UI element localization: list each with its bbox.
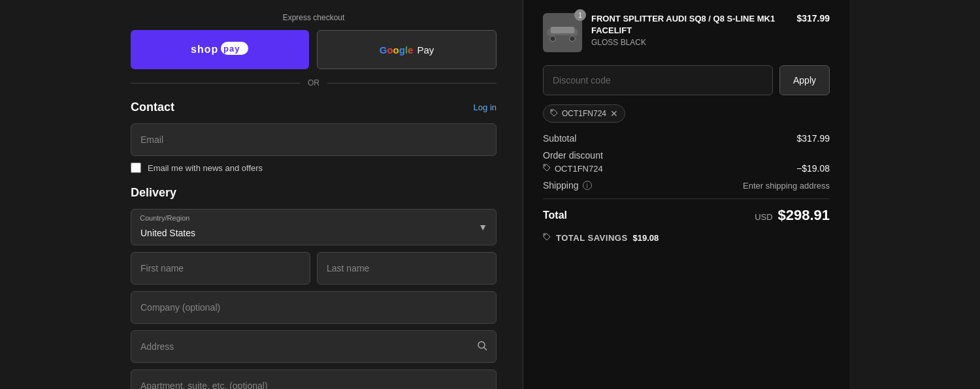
discount-tag-icon	[543, 164, 551, 174]
product-image-wrapper: 1	[543, 13, 582, 52]
shoppay-button[interactable]: shop pay	[131, 30, 309, 69]
newsletter-checkbox[interactable]	[131, 163, 141, 173]
name-row	[131, 252, 497, 285]
tag-icon	[550, 109, 558, 119]
express-buttons: shop pay Google Pay	[131, 30, 497, 69]
total-row: Total USD $298.91	[543, 207, 830, 224]
company-field[interactable]	[131, 291, 497, 324]
newsletter-label: Email me with news and offers	[148, 163, 263, 173]
address-field[interactable]	[131, 330, 497, 363]
shipping-info-icon[interactable]: i	[583, 181, 592, 190]
discount-code-row: OCT1FN724 −$19.08	[543, 163, 830, 174]
first-name-field[interactable]	[131, 252, 310, 285]
svg-point-12	[544, 234, 546, 236]
contact-title: Contact	[131, 101, 174, 114]
order-discount-label: Order discount	[543, 150, 830, 161]
svg-point-10	[551, 110, 553, 112]
discount-code-val: OCT1FN724	[543, 164, 603, 174]
contact-section-header: Contact Log in	[131, 101, 497, 114]
product-info: FRONT SPLITTER AUDI SQ8 / Q8 S-LINE MK1 …	[591, 13, 787, 47]
total-value: $298.91	[777, 207, 830, 223]
or-divider: OR	[131, 78, 497, 87]
product-variant: GLOSS BLACK	[591, 38, 787, 47]
subtotal-value: $317.99	[796, 133, 830, 144]
discount-row: Apply	[543, 65, 830, 95]
coupon-tag: OCT1FN724 ✕	[543, 104, 625, 123]
shipping-label: Shipping i	[543, 180, 592, 191]
shoppay-logo: shop pay	[191, 40, 250, 59]
svg-text:shop: shop	[191, 44, 218, 55]
savings-amount: $19.08	[633, 233, 659, 243]
last-name-field[interactable]	[317, 252, 497, 285]
svg-rect-6	[551, 26, 575, 33]
country-select[interactable]: United States	[131, 209, 497, 245]
total-currency: USD	[755, 212, 772, 222]
svg-line-4	[484, 348, 487, 350]
total-value-group: USD $298.91	[755, 207, 830, 224]
subtotal-label: Subtotal	[543, 133, 576, 144]
apply-button[interactable]: Apply	[779, 65, 830, 95]
newsletter-row: Email me with news and offers	[131, 163, 497, 173]
applied-discount-code: OCT1FN724	[555, 164, 603, 174]
apt-field[interactable]	[131, 369, 497, 389]
googlepay-label: Pay	[417, 44, 434, 55]
total-label: Total	[543, 210, 567, 221]
shipping-value: Enter shipping address	[743, 181, 830, 191]
discount-code-input[interactable]	[543, 65, 773, 95]
address-search-icon	[477, 341, 487, 353]
coupon-code-text: OCT1FN724	[562, 109, 606, 118]
product-price: $317.99	[796, 13, 830, 23]
product-quantity-badge: 1	[574, 9, 586, 21]
svg-point-9	[570, 36, 575, 41]
right-panel: 1 FRONT SPLITTER AUDI SQ8 / Q8 S-LINE MK…	[523, 0, 849, 389]
left-panel: Express checkout shop pay Google Pay OR …	[0, 0, 523, 389]
svg-point-3	[478, 342, 485, 349]
summary-divider	[543, 198, 830, 199]
log-in-link[interactable]: Log in	[474, 102, 497, 112]
email-field[interactable]	[131, 123, 497, 156]
savings-tag-icon	[543, 233, 551, 243]
product-name: FRONT SPLITTER AUDI SQ8 / Q8 S-LINE MK1 …	[591, 13, 787, 37]
svg-text:pay: pay	[223, 44, 240, 54]
delivery-title: Delivery	[131, 186, 497, 200]
shipping-row: Shipping i Enter shipping address	[543, 180, 830, 191]
googlepay-button[interactable]: Google Pay	[317, 30, 497, 69]
subtotal-row: Subtotal $317.99	[543, 133, 830, 144]
address-wrapper	[131, 330, 497, 363]
svg-point-8	[550, 36, 555, 41]
coupon-remove-button[interactable]: ✕	[610, 108, 618, 119]
product-row: 1 FRONT SPLITTER AUDI SQ8 / Q8 S-LINE MK…	[543, 13, 830, 52]
savings-row: TOTAL SAVINGS $19.08	[543, 233, 830, 243]
discount-amount: −$19.08	[796, 163, 830, 174]
google-g-icon: Google	[380, 44, 414, 55]
svg-point-11	[544, 165, 546, 166]
country-select-wrapper: Country/Region United States ▼	[131, 209, 497, 245]
savings-label: TOTAL SAVINGS	[556, 233, 628, 243]
order-discount-section: Order discount OCT1FN724 −$19.08	[543, 150, 830, 174]
express-checkout-label: Express checkout	[131, 13, 497, 22]
